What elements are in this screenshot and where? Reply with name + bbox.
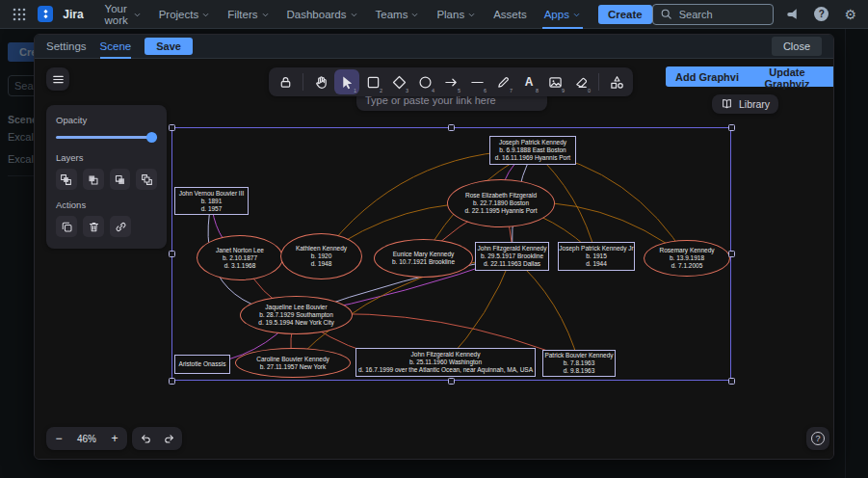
diagram-node-jvb3[interactable]: John Vernou Bouvier IIIb. 1891d. 1957: [174, 187, 249, 215]
diagram-node-rose[interactable]: Rose Elizabeth Fitzgeraldb. 22.7.1890 Bo…: [447, 179, 555, 227]
tool-shortcut: 3: [406, 88, 408, 93]
nav-item-label: Assets: [493, 9, 527, 20]
diagram-node-patrick[interactable]: Patrick Bouvier Kennedyb. 7.8.1963d. 9.8…: [542, 350, 616, 377]
node-text-line: Caroline Bouvier Kennedy: [256, 356, 329, 363]
eraser-tool-icon[interactable]: 0: [568, 69, 593, 94]
node-text-line: d. 7.1.2005: [671, 262, 703, 270]
selection-resize-handle[interactable]: [169, 378, 175, 385]
selection-resize-handle[interactable]: [169, 251, 175, 257]
diagram-node-jpk_jr[interactable]: Joseph Patrick Kennedy Jrb. 1915d. 1944: [558, 242, 635, 271]
node-text-line: Joseph Patrick Kennedy: [499, 139, 566, 146]
tool-shortcut: 7: [510, 88, 513, 93]
rectangle-tool-icon[interactable]: 2: [360, 69, 385, 94]
draw-tool-icon[interactable]: 7: [490, 69, 515, 94]
nav-item-label: Dashboards: [287, 9, 347, 20]
hand-tool-icon[interactable]: [308, 69, 333, 94]
line-tool-icon[interactable]: 6: [464, 69, 489, 94]
app-switcher-icon[interactable]: [10, 4, 30, 25]
send-to-back-button[interactable]: [56, 169, 77, 190]
diagram-node-jaqueline[interactable]: Jaqueline Lee Bouvierb. 28.7.1929 Southa…: [240, 296, 353, 334]
create-button[interactable]: Create: [598, 5, 652, 24]
update-graphviz-button[interactable]: Update Graphviz: [739, 66, 834, 87]
zoom-level[interactable]: 46%: [69, 434, 104, 444]
question-glyph: ?: [814, 7, 829, 21]
diagram-node-rosemary[interactable]: Rosemary Kennedyb. 13.9.1918d. 7.1.2005: [644, 240, 730, 277]
diagram-node-caroline[interactable]: Caroline Bouvier Kennedyb. 27.11.1957 Ne…: [235, 348, 351, 378]
link-button[interactable]: [110, 216, 131, 237]
text-tool-icon[interactable]: A8: [516, 69, 541, 94]
nav-item-label: Projects: [159, 9, 199, 20]
canvas-help-button[interactable]: ?: [806, 427, 829, 450]
menu-button[interactable]: [46, 67, 69, 91]
chevron-down-icon: [201, 11, 210, 19]
diagram-node-jfk[interactable]: John Fitzgerald Kennedyb. 29.5.1917 Broo…: [475, 242, 549, 271]
nav-item-projects[interactable]: Projects: [151, 0, 219, 29]
slider-thumb[interactable]: [146, 132, 157, 143]
node-text-line: b. 29.5.1917 Brookline: [481, 252, 543, 260]
diagram-node-kathleen[interactable]: Kathleen Kennedyb. 1920d. 1948: [280, 233, 362, 279]
zoom-out-button[interactable]: −: [48, 428, 69, 449]
opacity-slider[interactable]: [56, 131, 157, 143]
notifications-icon[interactable]: [783, 5, 802, 24]
jira-logo[interactable]: [38, 6, 53, 22]
selection-resize-handle[interactable]: [728, 251, 735, 257]
node-text-line: b. 10.7.1921 Brookline: [392, 258, 455, 266]
selection-resize-handle[interactable]: [448, 378, 455, 385]
delete-button[interactable]: [83, 216, 104, 237]
node-text-line: b. 2.10.1877: [223, 254, 257, 262]
node-text-line: b. 1891: [201, 198, 223, 205]
diagram-node-aristotle[interactable]: Aristotle Onassis: [174, 355, 230, 374]
nav-item-teams[interactable]: Teams: [368, 0, 428, 29]
arrow-tool-icon[interactable]: 5: [438, 69, 463, 94]
settings-gear-icon[interactable]: ⚙: [841, 5, 860, 24]
ellipse-tool-icon[interactable]: 4: [412, 69, 437, 94]
node-text-line: d. 1957: [201, 205, 223, 213]
duplicate-button[interactable]: [56, 216, 77, 237]
nav-item-filters[interactable]: Filters: [220, 0, 276, 29]
layers-label: Layers: [56, 152, 157, 163]
close-button[interactable]: Close: [772, 37, 822, 56]
library-button[interactable]: Library: [712, 94, 778, 114]
diagram-node-eunice[interactable]: Eunice Mary Kennedyb. 10.7.1921 Brooklin…: [374, 239, 473, 278]
tab-settings[interactable]: Settings: [46, 35, 87, 59]
node-text-line: Eunice Mary Kennedy: [393, 251, 455, 258]
help-icon[interactable]: ?: [812, 5, 831, 24]
selection-resize-handle[interactable]: [169, 124, 175, 131]
redo-button[interactable]: [157, 427, 180, 450]
selection-tool-icon[interactable]: 1: [334, 69, 359, 94]
nav-item-apps[interactable]: Apps: [537, 0, 589, 29]
nav-item-assets[interactable]: Assets: [486, 0, 535, 29]
shapes-tool-icon[interactable]: [604, 69, 629, 94]
lock-tool-icon[interactable]: [273, 69, 298, 94]
node-text-line: b. 13.9.1918: [670, 254, 704, 262]
selection-resize-handle[interactable]: [728, 378, 735, 385]
selection-resize-handle[interactable]: [728, 124, 735, 131]
tool-shortcut: 1: [354, 88, 356, 93]
tab-scene[interactable]: Scene: [100, 35, 132, 59]
book-icon: [721, 97, 733, 112]
product-name: Jira: [63, 8, 83, 21]
selection-resize-handle[interactable]: [448, 124, 455, 131]
search-input[interactable]: Search: [652, 4, 774, 25]
diagram-node-janet[interactable]: Janet Norton Leeb. 2.10.1877d. 3.1.1968: [197, 235, 283, 280]
node-text-line: Janet Norton Lee: [216, 247, 264, 254]
diamond-tool-icon[interactable]: 3: [386, 69, 411, 94]
save-button[interactable]: Save: [145, 38, 193, 55]
nav-item-your-work[interactable]: Your work: [97, 0, 149, 29]
bring-to-front-button[interactable]: [136, 169, 157, 190]
nav-item-dashboards[interactable]: Dashboards: [279, 0, 366, 29]
toolbar-separator: [302, 73, 303, 91]
diagram-node-jfk_jr[interactable]: John Fitzgerald Kennedyb. 25.11.1960 Was…: [355, 348, 536, 377]
tool-shortcut: 6: [484, 88, 487, 93]
bring-forward-button[interactable]: [110, 169, 131, 190]
app-window: Jira Your workProjectsFiltersDashboardsT…: [0, 0, 868, 478]
send-backward-button[interactable]: [83, 169, 104, 190]
zoom-controls: − 46% +: [46, 427, 127, 450]
drawing-canvas[interactable]: Joseph Patrick Kennedyb. 6.9.1888 East B…: [35, 59, 834, 460]
image-tool-icon[interactable]: 9: [542, 69, 567, 94]
diagram-node-jpk_sr[interactable]: Joseph Patrick Kennedyb. 6.9.1888 East B…: [489, 136, 576, 165]
undo-button[interactable]: [134, 427, 157, 450]
zoom-in-button[interactable]: +: [104, 428, 125, 449]
nav-item-plans[interactable]: Plans: [429, 0, 484, 29]
top-navbar: Jira Your workProjectsFiltersDashboardsT…: [0, 0, 868, 29]
